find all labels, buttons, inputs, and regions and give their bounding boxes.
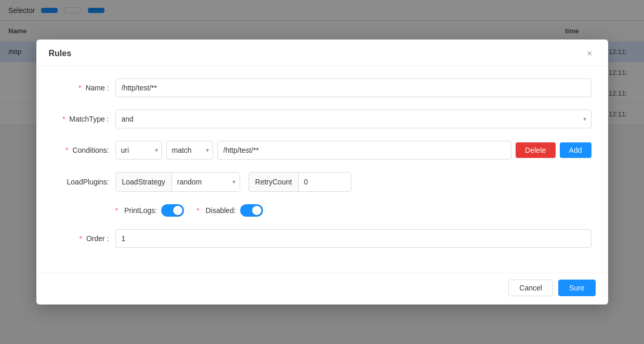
modal-footer: Cancel Sure <box>36 273 608 305</box>
modal-header: Rules × <box>36 39 608 66</box>
match-type-select[interactable]: and or <box>115 110 592 128</box>
close-button[interactable]: × <box>584 48 596 59</box>
add-button[interactable]: Add <box>560 142 592 158</box>
print-logs-toggle[interactable] <box>161 204 184 217</box>
name-label: * Name : <box>53 84 115 92</box>
disabled-slider <box>240 204 263 217</box>
name-required-star: * <box>78 84 81 92</box>
retry-count-label: RetryCount <box>249 173 299 191</box>
retry-count-input[interactable] <box>299 173 351 191</box>
conditions-required-star: * <box>65 146 68 154</box>
match-type-label: * MatchType : <box>53 115 115 123</box>
condition-value-input[interactable] <box>217 141 512 160</box>
modal-overlay: Rules × * Name : * MatchType : <box>0 0 644 344</box>
print-logs-required-star: * <box>115 206 118 215</box>
disabled-required-star: * <box>196 206 199 215</box>
order-input[interactable] <box>115 229 592 248</box>
rules-modal: Rules × * Name : * MatchType : <box>36 39 608 305</box>
condition-field-wrapper: uri method host ▾ <box>115 141 162 160</box>
sure-button[interactable]: Sure <box>558 280 596 296</box>
disabled-toggle[interactable] <box>240 204 263 217</box>
conditions-content: uri method host ▾ match = != ▾ <box>115 141 592 160</box>
cancel-button[interactable]: Cancel <box>508 280 553 296</box>
print-logs-slider <box>161 204 184 217</box>
modal-body: * Name : * MatchType : and or ▾ <box>36 66 608 273</box>
condition-field-select[interactable]: uri method host <box>115 141 162 160</box>
toggles-content: * PrintLogs: * Disabled: <box>115 204 263 217</box>
toggles-row: * PrintLogs: * Disabled: <box>53 204 592 217</box>
name-input[interactable] <box>115 78 592 97</box>
load-strategy-select-wrapper: random round-robin weight ▾ <box>172 173 240 191</box>
name-row: * Name : <box>53 78 592 97</box>
load-strategy-box: LoadStrategy random round-robin weight ▾ <box>115 172 240 192</box>
condition-op-wrapper: match = != ▾ <box>166 141 213 160</box>
conditions-row: * Conditions: uri method host ▾ <box>53 141 592 160</box>
modal-title: Rules <box>49 49 72 58</box>
order-required-star: * <box>80 234 82 243</box>
match-type-select-wrapper: and or ▾ <box>115 110 592 128</box>
load-strategy-select[interactable]: random round-robin weight <box>172 173 240 191</box>
disabled-group: * Disabled: <box>196 204 263 217</box>
conditions-label: * Conditions: <box>53 146 115 154</box>
retry-count-box: RetryCount <box>248 172 351 192</box>
delete-button[interactable]: Delete <box>516 142 555 158</box>
print-logs-group: * PrintLogs: <box>115 204 185 217</box>
match-type-required-star: * <box>62 115 65 123</box>
load-plugins-row: LoadPlugins: LoadStrategy random round-r… <box>53 172 592 192</box>
condition-op-select[interactable]: match = != <box>166 141 213 160</box>
order-row: * Order : <box>53 229 592 248</box>
load-plugins-content: LoadStrategy random round-robin weight ▾… <box>115 172 592 192</box>
order-label: * Order : <box>53 234 115 243</box>
load-strategy-label: LoadStrategy <box>116 173 172 191</box>
disabled-label: Disabled: <box>205 206 235 215</box>
print-logs-label: PrintLogs: <box>124 206 157 215</box>
match-type-row: * MatchType : and or ▾ <box>53 110 592 128</box>
load-plugins-label: LoadPlugins: <box>53 178 115 186</box>
